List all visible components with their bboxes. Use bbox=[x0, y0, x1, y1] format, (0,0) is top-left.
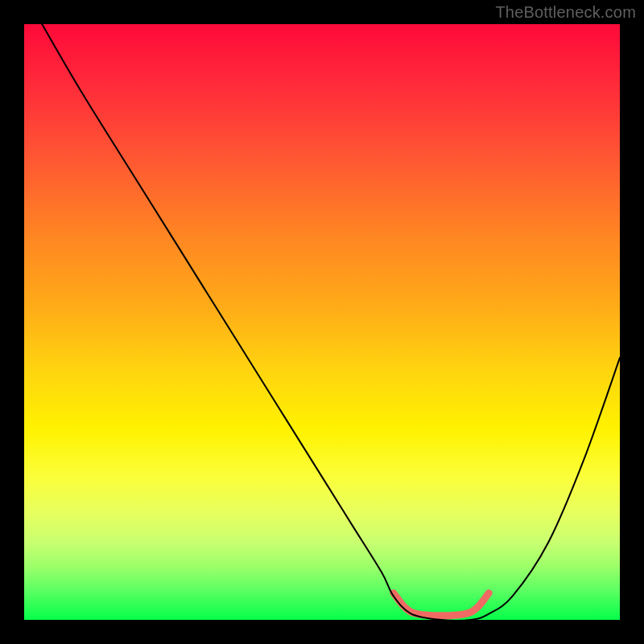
chart-svg bbox=[24, 24, 620, 620]
plot-area bbox=[24, 24, 620, 620]
watermark-text: TheBottleneck.com bbox=[495, 3, 636, 22]
chart-frame: TheBottleneck.com bbox=[0, 0, 644, 644]
curve-path bbox=[42, 24, 620, 621]
